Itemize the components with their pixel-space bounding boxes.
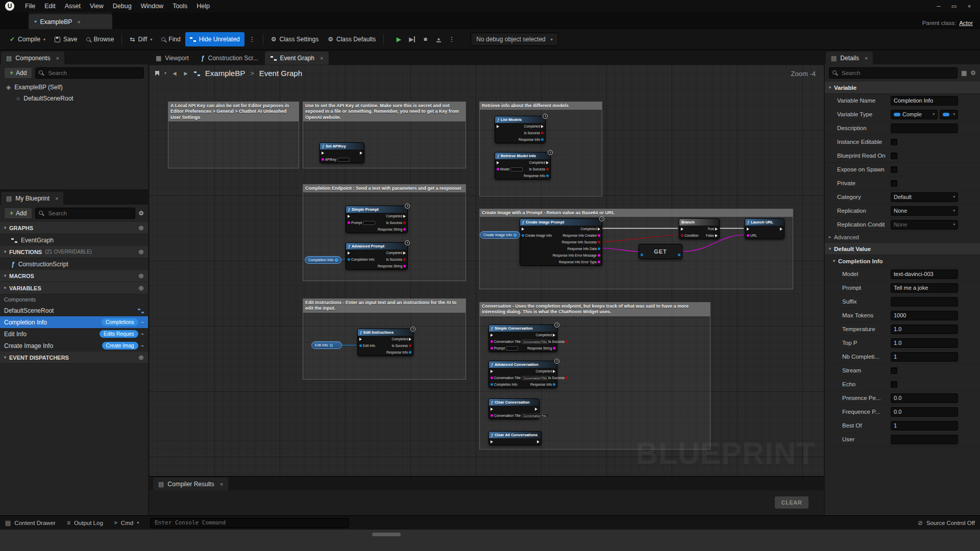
node-clear-all-conversations[interactable]: ƒClear All Conversations xyxy=(488,431,542,445)
close-icon[interactable]: × xyxy=(56,55,59,61)
class-settings-button[interactable]: ⚙Class Settings xyxy=(266,32,323,46)
exec-pin[interactable] xyxy=(348,252,350,255)
variable-getter-edit-info[interactable]: Edit Info xyxy=(311,341,342,349)
exec-pin[interactable] xyxy=(780,228,782,231)
graph-tab-event-graph[interactable]: Event Graph× xyxy=(265,52,329,65)
menu-help[interactable]: Help xyxy=(192,1,214,12)
section-header-graphs[interactable]: ▾GRAPHS⊕ xyxy=(0,222,148,234)
temperature-input[interactable] xyxy=(891,324,958,334)
exec-pin[interactable] xyxy=(598,228,600,231)
browse-button[interactable]: Browse xyxy=(82,32,118,46)
replication-condit-select[interactable]: None▾ xyxy=(891,220,958,230)
add-icon[interactable]: ⊕ xyxy=(138,284,144,292)
node-get[interactable]: GET xyxy=(639,244,682,259)
exec-pin[interactable] xyxy=(537,440,540,443)
unreal-logo-icon[interactable]: U xyxy=(5,2,14,11)
play-options-button[interactable]: ⋮ xyxy=(445,33,458,46)
struct-pin[interactable] xyxy=(641,254,643,256)
breadcrumb-root[interactable]: ExampleBP xyxy=(205,69,245,78)
struct-pin[interactable] xyxy=(598,247,600,250)
node-simple-conversation[interactable]: ƒSimple ConversationCompletedConversatio… xyxy=(488,324,557,352)
instance-editable-checkbox[interactable] xyxy=(891,139,897,145)
blueprint-read-on-checkbox[interactable] xyxy=(891,153,897,159)
replication-select[interactable]: None▾ xyxy=(891,206,958,216)
string-pin[interactable] xyxy=(322,158,324,161)
node-simple-prompt[interactable]: ƒSimple PromptCompletedPromptIs SuccessR… xyxy=(346,206,408,233)
max-tokens-input[interactable] xyxy=(891,311,958,320)
node-create-image-prompt[interactable]: ƒCreate Image PromptCompletedCreate Imag… xyxy=(520,218,602,266)
struct-pin[interactable] xyxy=(541,138,544,141)
variable-getter-create-image-info[interactable]: Create Image Info xyxy=(480,231,520,239)
exec-pin[interactable] xyxy=(359,338,362,341)
gear-icon[interactable]: ⚙ xyxy=(138,210,144,216)
description-input[interactable] xyxy=(891,123,958,133)
pin-field[interactable]: ConversationTitle xyxy=(522,376,548,380)
bool-pin[interactable] xyxy=(541,132,544,134)
bool-pin[interactable] xyxy=(566,377,568,379)
grid-view-icon[interactable]: ▦ xyxy=(961,70,967,76)
wire-wire-completioninfo-advancedprompt[interactable] xyxy=(341,259,345,260)
node-clear-conversation[interactable]: ƒClear ConversationConversation TitleCon… xyxy=(488,398,540,419)
category-variable[interactable]: ▾Variable xyxy=(825,82,980,94)
pin-field[interactable] xyxy=(510,167,523,171)
cmd-select[interactable]: > Cmd ▾ xyxy=(114,520,139,526)
suffix-input[interactable] xyxy=(891,297,958,307)
string-pin[interactable] xyxy=(491,340,493,343)
prompt-input[interactable] xyxy=(891,283,958,293)
exec-pin[interactable] xyxy=(553,370,555,373)
string-pin[interactable] xyxy=(348,221,350,224)
pin-field[interactable] xyxy=(363,221,375,225)
pin-field[interactable]: ConversationTitle xyxy=(522,414,548,418)
section-header-functions[interactable]: ▾FUNCTIONS(21 OVERRIDABLE)⊕ xyxy=(0,246,148,258)
variable-type-select[interactable]: Comple▾ xyxy=(891,110,938,119)
string-pin[interactable] xyxy=(491,377,493,379)
add-icon[interactable]: ⊕ xyxy=(138,354,144,361)
frequence-p-input[interactable] xyxy=(891,407,958,417)
best-of-input[interactable] xyxy=(891,421,958,431)
node-launch-url[interactable]: ƒLaunch URLURL xyxy=(745,218,785,239)
list-item-eventgraph[interactable]: EventGraph xyxy=(0,234,148,246)
find-button[interactable]: Find xyxy=(157,32,185,46)
struct-pin[interactable] xyxy=(678,254,680,256)
stream-checkbox[interactable] xyxy=(891,367,897,374)
string-pin[interactable] xyxy=(598,234,600,237)
clear-button[interactable]: CLEAR xyxy=(775,496,808,509)
tab-components[interactable]: ▤ Components × xyxy=(1,52,64,64)
chevron-down-icon[interactable]: ▾ xyxy=(164,71,166,76)
exec-pin[interactable] xyxy=(715,228,718,231)
tree-item-defaultsceneroot[interactable]: ○DefaultSceneRoot xyxy=(0,93,148,104)
add-icon[interactable]: ⊕ xyxy=(138,224,144,232)
pin-field[interactable] xyxy=(337,158,350,162)
nb-completi-input[interactable] xyxy=(891,352,958,362)
asset-tab-examplebp[interactable]: ●ExampleBP× xyxy=(29,14,112,29)
stop-button[interactable]: ■ xyxy=(419,33,432,46)
details-search-input[interactable] xyxy=(829,67,958,79)
wire-wire-data-get[interactable] xyxy=(602,248,639,252)
top-p-input[interactable] xyxy=(891,338,958,348)
bool-pin[interactable] xyxy=(409,344,411,347)
exec-pin[interactable] xyxy=(491,334,493,337)
debug-object-select[interactable]: No debug object selected ▾ xyxy=(471,33,558,46)
add-component-button[interactable]: + Add xyxy=(4,67,32,79)
variable-row-defaultsceneroot[interactable]: DefaultSceneRoot xyxy=(0,305,148,316)
default-group-completion-info[interactable]: ▾Completion Info xyxy=(825,255,980,267)
variable-row-completion-info[interactable]: Completion InfoCompletions~ xyxy=(0,316,148,328)
menu-debug[interactable]: Debug xyxy=(108,1,136,12)
struct-pin[interactable] xyxy=(409,351,411,354)
container-type-select[interactable]: ▾ xyxy=(940,110,958,119)
menu-file[interactable]: File xyxy=(20,1,40,12)
close-icon[interactable]: × xyxy=(55,195,58,202)
tab-details[interactable]: ▤ Details × xyxy=(826,52,873,64)
gear-icon[interactable]: ⚙ xyxy=(970,70,976,76)
source-control-button[interactable]: ⊘ Source Control Off xyxy=(918,520,975,526)
node-advanced-prompt[interactable]: ƒAdvanced PromptCompletedCompletion Info… xyxy=(346,242,408,270)
struct-pin[interactable] xyxy=(348,258,350,261)
exec-pin[interactable] xyxy=(522,228,524,231)
exec-pin[interactable] xyxy=(322,152,324,155)
bool-pin[interactable] xyxy=(546,168,549,170)
menu-edit[interactable]: Edit xyxy=(40,1,60,12)
components-search-input[interactable] xyxy=(35,67,144,79)
node-list-models[interactable]: ƒList ModelsCompletedIs SuccessResponse … xyxy=(495,116,546,143)
compile-button[interactable]: ✓Compile▾ xyxy=(5,32,50,46)
menu-window[interactable]: Window xyxy=(136,1,168,12)
